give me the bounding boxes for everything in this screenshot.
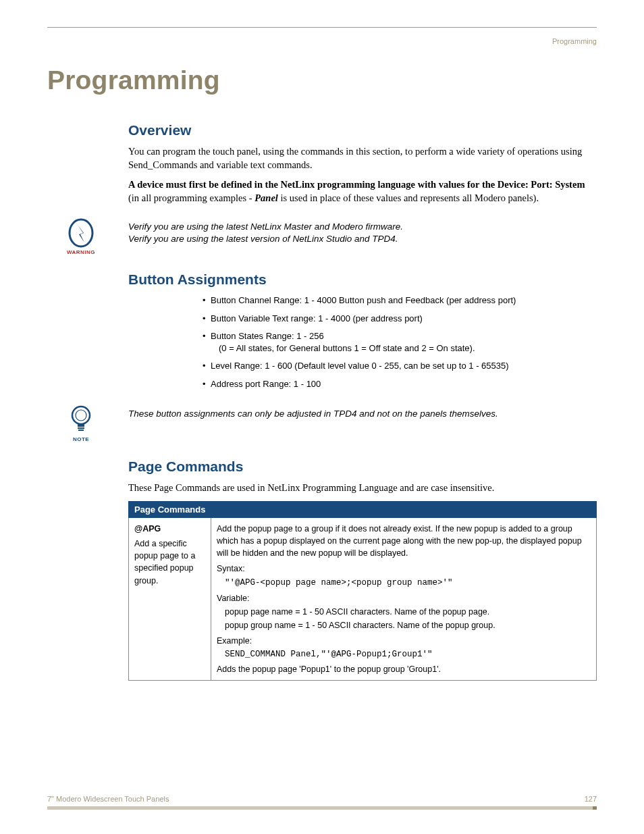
overview-p2: A device must first be defined in the Ne… <box>128 178 597 205</box>
footer-text: 7" Modero Widescreen Touch Panels <box>47 795 169 803</box>
heading-button-assignments: Button Assignments <box>128 271 597 288</box>
overview-p2-bold: A device must first be defined in the Ne… <box>128 179 585 190</box>
top-rule <box>47 27 597 28</box>
list-item-main: Button States Range: 1 - 256 <box>211 331 324 341</box>
heading-page-commands: Page Commands <box>128 459 597 475</box>
example-code: SEND_COMMAND Panel,"'@APG-Popup1;Group1'… <box>217 648 591 660</box>
svg-rect-5 <box>78 429 84 431</box>
overview-p2-panel: Panel <box>254 192 278 203</box>
overview-p2-d: is used in place of these values and rep… <box>278 192 539 203</box>
table-header: Page Commands <box>129 502 597 518</box>
note-text: These button assignments can only be adj… <box>128 404 597 420</box>
page-title: Programming <box>47 66 597 95</box>
breadcrumb: Programming <box>47 37 597 45</box>
cmd-right-cell: Add the popup page to a group if it does… <box>211 518 597 681</box>
variable-2: popup group name = 1 - 50 ASCII characte… <box>217 619 591 631</box>
list-item-sub: (0 = All states, for General buttons 1 =… <box>211 342 597 355</box>
syntax-label: Syntax: <box>217 563 591 575</box>
cmd-description: Add the popup page to a group if it does… <box>217 523 591 559</box>
warning-line1: Verify you are using the latest NetLinx … <box>128 221 597 233</box>
syntax-code: "'@APG-<popup page name>;<popup group na… <box>217 577 591 589</box>
page-number: 127 <box>585 795 597 803</box>
warning-icon <box>68 218 95 248</box>
page-commands-table: Page Commands @APG Add a specific popup … <box>128 501 597 681</box>
variable-1: popup page name = 1 - 50 ASCII character… <box>217 606 591 618</box>
example-note: Adds the popup page 'Popup1' to the popu… <box>217 663 591 675</box>
list-item: Level Range: 1 - 600 (Default level valu… <box>203 360 597 372</box>
note-label: NOTE <box>73 436 89 442</box>
cmd-left-cell: @APG Add a specific popup page to a spec… <box>129 518 211 681</box>
heading-overview: Overview <box>128 122 597 138</box>
list-item: Button States Range: 1 - 256 (0 = All st… <box>203 330 597 354</box>
note-callout: NOTE These button assignments can only b… <box>47 404 597 442</box>
page-commands-intro: These Page Commands are used in NetLinx … <box>128 481 597 495</box>
footer-bar <box>47 806 597 810</box>
svg-rect-4 <box>78 427 84 429</box>
cmd-desc: Add a specific popup page to a specified… <box>134 539 195 585</box>
warning-callout: WARNING Verify you are using the latest … <box>47 217 597 255</box>
list-item: Address port Range: 1 - 100 <box>203 378 597 390</box>
warning-label: WARNING <box>67 249 95 255</box>
variable-label: Variable: <box>217 592 591 604</box>
button-assignments-list: Button Channel Range: 1 - 4000 Button pu… <box>203 294 597 390</box>
overview-p1: You can program the touch panel, using t… <box>128 145 597 172</box>
note-icon <box>69 405 93 435</box>
svg-point-1 <box>72 407 90 424</box>
warning-line2: Verify you are using the latest version … <box>128 233 597 245</box>
svg-point-0 <box>70 219 92 246</box>
svg-rect-3 <box>78 424 84 427</box>
footer: 7" Modero Widescreen Touch Panels 127 <box>47 795 597 803</box>
list-item: Button Channel Range: 1 - 4000 Button pu… <box>203 294 597 307</box>
example-label: Example: <box>217 635 591 647</box>
cmd-name: @APG <box>134 523 205 535</box>
svg-point-2 <box>76 410 86 421</box>
list-item: Button Variable Text range: 1 - 4000 (pe… <box>203 313 597 325</box>
overview-p2-b: (in all programming examples - <box>128 192 254 203</box>
table-row: @APG Add a specific popup page to a spec… <box>129 518 597 681</box>
